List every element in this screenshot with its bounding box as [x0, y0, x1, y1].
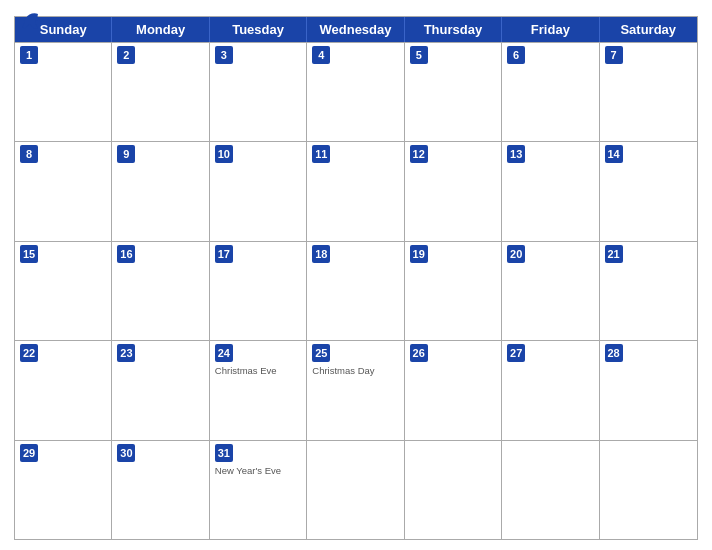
day-cell-29: 29 [15, 441, 112, 539]
empty-cell [600, 441, 697, 539]
weekday-header-friday: Friday [502, 17, 599, 42]
day-cell-11: 11 [307, 142, 404, 240]
day-number-6: 6 [507, 46, 525, 64]
day-cell-20: 20 [502, 242, 599, 340]
calendar-grid: SundayMondayTuesdayWednesdayThursdayFrid… [14, 16, 698, 540]
week-row-3: 15161718192021 [15, 241, 697, 340]
day-number-31: 31 [215, 444, 233, 462]
weekday-header-saturday: Saturday [600, 17, 697, 42]
day-cell-9: 9 [112, 142, 209, 240]
day-cell-18: 18 [307, 242, 404, 340]
event-label: Christmas Eve [215, 365, 301, 376]
day-number-22: 22 [20, 344, 38, 362]
day-number-17: 17 [215, 245, 233, 263]
day-cell-12: 12 [405, 142, 502, 240]
day-cell-14: 14 [600, 142, 697, 240]
day-cell-3: 3 [210, 43, 307, 141]
day-number-26: 26 [410, 344, 428, 362]
day-cell-6: 6 [502, 43, 599, 141]
day-cell-5: 5 [405, 43, 502, 141]
day-number-25: 25 [312, 344, 330, 362]
empty-cell [502, 441, 599, 539]
day-number-23: 23 [117, 344, 135, 362]
weekday-header-thursday: Thursday [405, 17, 502, 42]
day-number-20: 20 [507, 245, 525, 263]
day-number-13: 13 [507, 145, 525, 163]
day-number-12: 12 [410, 145, 428, 163]
day-cell-15: 15 [15, 242, 112, 340]
weekday-header-wednesday: Wednesday [307, 17, 404, 42]
day-number-21: 21 [605, 245, 623, 263]
day-number-28: 28 [605, 344, 623, 362]
day-cell-10: 10 [210, 142, 307, 240]
weekday-header-tuesday: Tuesday [210, 17, 307, 42]
logo-bird-icon [18, 10, 42, 34]
day-number-19: 19 [410, 245, 428, 263]
day-cell-24: 24Christmas Eve [210, 341, 307, 439]
day-cell-27: 27 [502, 341, 599, 439]
day-cell-25: 25Christmas Day [307, 341, 404, 439]
day-cell-28: 28 [600, 341, 697, 439]
day-cell-1: 1 [15, 43, 112, 141]
week-row-4: 222324Christmas Eve25Christmas Day262728 [15, 340, 697, 439]
day-number-24: 24 [215, 344, 233, 362]
day-number-7: 7 [605, 46, 623, 64]
day-number-27: 27 [507, 344, 525, 362]
day-number-9: 9 [117, 145, 135, 163]
day-number-2: 2 [117, 46, 135, 64]
day-cell-19: 19 [405, 242, 502, 340]
day-cell-23: 23 [112, 341, 209, 439]
day-number-29: 29 [20, 444, 38, 462]
day-number-5: 5 [410, 46, 428, 64]
empty-cell [405, 441, 502, 539]
day-cell-4: 4 [307, 43, 404, 141]
calendar-page: SundayMondayTuesdayWednesdayThursdayFrid… [0, 0, 712, 550]
week-row-1: 1234567 [15, 42, 697, 141]
week-row-2: 891011121314 [15, 141, 697, 240]
event-label: New Year's Eve [215, 465, 301, 476]
day-number-3: 3 [215, 46, 233, 64]
day-number-1: 1 [20, 46, 38, 64]
day-number-8: 8 [20, 145, 38, 163]
day-cell-8: 8 [15, 142, 112, 240]
day-number-15: 15 [20, 245, 38, 263]
event-label: Christmas Day [312, 365, 398, 376]
day-number-14: 14 [605, 145, 623, 163]
weekday-header-row: SundayMondayTuesdayWednesdayThursdayFrid… [15, 17, 697, 42]
day-number-18: 18 [312, 245, 330, 263]
day-cell-26: 26 [405, 341, 502, 439]
empty-cell [307, 441, 404, 539]
week-row-5: 293031New Year's Eve [15, 440, 697, 539]
day-number-30: 30 [117, 444, 135, 462]
day-cell-22: 22 [15, 341, 112, 439]
day-number-11: 11 [312, 145, 330, 163]
day-cell-21: 21 [600, 242, 697, 340]
day-cell-16: 16 [112, 242, 209, 340]
day-number-10: 10 [215, 145, 233, 163]
day-cell-17: 17 [210, 242, 307, 340]
day-cell-13: 13 [502, 142, 599, 240]
calendar-body: 123456789101112131415161718192021222324C… [15, 42, 697, 539]
day-cell-7: 7 [600, 43, 697, 141]
day-cell-30: 30 [112, 441, 209, 539]
day-cell-31: 31New Year's Eve [210, 441, 307, 539]
day-cell-2: 2 [112, 43, 209, 141]
weekday-header-monday: Monday [112, 17, 209, 42]
day-number-4: 4 [312, 46, 330, 64]
day-number-16: 16 [117, 245, 135, 263]
